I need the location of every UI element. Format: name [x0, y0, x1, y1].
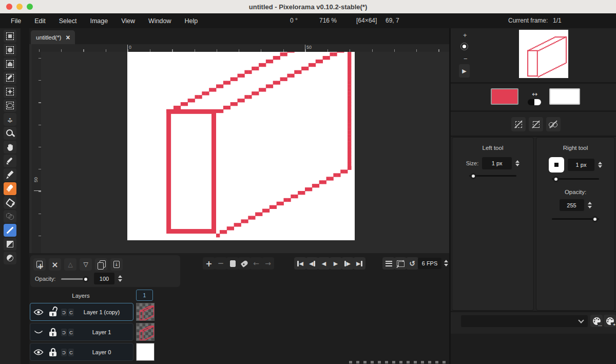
tool-eraser-button[interactable]	[4, 182, 16, 195]
menu-window[interactable]: Window	[142, 17, 178, 25]
menu-file[interactable]: File	[4, 17, 28, 25]
layer-row-layer-0[interactable]: ƆC Layer 0	[30, 343, 133, 361]
close-tab-icon[interactable]: ×	[66, 34, 70, 41]
pixel-perfect-toggle[interactable]	[546, 117, 561, 131]
remove-frame-button[interactable]	[215, 257, 227, 270]
new-layer-button[interactable]	[33, 258, 46, 271]
layer-row-layer-1-copy[interactable]: ƆC Layer 1 (copy)	[30, 303, 133, 321]
clone-frame-button[interactable]	[226, 257, 239, 270]
add-palette-button[interactable]: +	[604, 315, 616, 327]
h-ruler-label-0: 0	[129, 45, 131, 50]
fps-stepper[interactable]	[444, 260, 448, 266]
new-layer-icon	[36, 261, 43, 268]
play-forward-button[interactable]: ▶	[330, 257, 342, 270]
tool-lasso-button[interactable]	[4, 99, 16, 112]
tool-pan-button[interactable]	[4, 141, 16, 154]
left-color-swatch[interactable]	[491, 88, 518, 105]
layer-lock-button[interactable]	[47, 306, 59, 318]
fps-value[interactable]: 6 FPS	[418, 258, 441, 269]
timeline-settings-button[interactable]	[382, 257, 395, 270]
layer-visibility-button[interactable]	[32, 326, 45, 338]
delete-layer-button[interactable]	[49, 258, 61, 271]
slider-thumb[interactable]	[83, 276, 89, 282]
layer-row-layer-1[interactable]: ƆC Layer 1	[30, 323, 133, 341]
tool-polygon-select-button[interactable]	[4, 58, 16, 70]
arrow-down-icon	[83, 261, 88, 268]
document-tab[interactable]: untitled(*) ×	[31, 30, 75, 44]
tool-color-select-button[interactable]	[4, 71, 16, 84]
brush-preview-button[interactable]	[549, 157, 564, 173]
left-size-stepper[interactable]	[515, 160, 519, 167]
tag-frame-button[interactable]	[238, 257, 251, 270]
move-frame-left-button[interactable]	[250, 257, 262, 270]
preview-zoom-out[interactable]: −	[464, 55, 468, 63]
preview-zoom-indicator[interactable]	[460, 43, 468, 50]
go-to-last-frame-button[interactable]: ▶	[353, 257, 365, 270]
cel-thumbnail[interactable]	[136, 323, 155, 341]
layer-opacity-value[interactable]: 100	[94, 273, 114, 284]
move-frame-right-button[interactable]	[262, 257, 274, 270]
menu-view[interactable]: View	[114, 17, 142, 25]
right-opacity-label: Opacity:	[565, 189, 586, 195]
vertical-mirror-toggle[interactable]	[529, 117, 543, 131]
menu-edit[interactable]: Edit	[28, 17, 52, 25]
layer-visibility-button[interactable]	[32, 306, 45, 318]
tool-pencil-button[interactable]	[4, 168, 16, 181]
right-size-slider[interactable]	[552, 178, 599, 180]
frame-column-header[interactable]: 1	[136, 290, 153, 301]
add-frame-button[interactable]	[203, 257, 215, 270]
onion-skinning-button[interactable]	[394, 257, 407, 270]
tool-ellipse-select-button[interactable]	[4, 44, 16, 56]
swap-colors-button[interactable]: ↔	[528, 90, 542, 105]
tool-move-button[interactable]	[4, 113, 16, 126]
left-size-value[interactable]: 1 px	[482, 157, 512, 169]
tool-zoom-button[interactable]	[4, 127, 16, 140]
menu-select[interactable]: Select	[52, 17, 84, 25]
move-layer-down-button[interactable]	[80, 258, 92, 271]
menu-image[interactable]: Image	[83, 17, 114, 25]
play-backwards-button[interactable]: ◀	[318, 257, 330, 270]
left-size-slider[interactable]	[469, 175, 516, 177]
right-size-stepper[interactable]	[598, 162, 602, 168]
tool-shading-button[interactable]	[4, 210, 16, 223]
tool-line-button[interactable]	[4, 224, 16, 237]
menu-items: File Edit Select Image View Window Help	[4, 13, 204, 28]
layer-lock-button[interactable]	[47, 326, 59, 338]
preview-zoom-in[interactable]: +	[463, 31, 467, 39]
previous-frame-button[interactable]: ◀	[306, 257, 318, 270]
move-layer-up-button[interactable]	[64, 258, 76, 271]
layer-opacity-slider[interactable]	[61, 278, 88, 280]
drawing-canvas[interactable]	[127, 52, 355, 240]
slider-thumb[interactable]	[553, 176, 559, 182]
layer-buttons-panel: Opacity: 100	[30, 255, 180, 287]
tool-rectangle-button[interactable]	[4, 238, 16, 251]
edit-palette-button[interactable]: …	[590, 315, 603, 327]
merge-down-button[interactable]	[110, 258, 123, 271]
tool-magic-wand-button[interactable]	[4, 85, 16, 98]
tool-rectangle-select-button[interactable]	[4, 30, 16, 43]
horizontal-mirror-toggle[interactable]	[511, 117, 526, 131]
right-size-value[interactable]: 1 px	[568, 159, 594, 171]
slider-thumb[interactable]	[592, 216, 598, 222]
layer-visibility-button[interactable]	[32, 346, 45, 358]
layer-lock-button[interactable]	[47, 346, 59, 358]
right-opacity-value[interactable]: 255	[560, 199, 584, 211]
layer-opacity-stepper[interactable]	[118, 275, 122, 282]
next-frame-button[interactable]: ▶	[341, 257, 354, 270]
cel-thumbnail[interactable]	[136, 303, 155, 321]
right-opacity-slider[interactable]	[552, 218, 599, 220]
tool-bucket-button[interactable]	[4, 196, 16, 209]
clone-layer-button[interactable]	[95, 258, 107, 271]
preview-play-button[interactable]: ▶	[459, 64, 470, 78]
right-color-swatch[interactable]	[549, 88, 580, 105]
slider-thumb[interactable]	[470, 173, 476, 179]
tool-ellipse-button[interactable]	[4, 252, 16, 264]
loop-mode-button[interactable]	[406, 257, 418, 270]
right-opacity-stepper[interactable]	[588, 202, 592, 208]
next-frame-icon: ▶	[344, 261, 351, 266]
go-to-first-frame-button[interactable]: ◀	[294, 257, 306, 270]
cel-thumbnail[interactable]	[136, 343, 155, 361]
palette-select-dropdown[interactable]	[461, 315, 588, 327]
tool-color-picker-button[interactable]	[4, 155, 16, 167]
menu-help[interactable]: Help	[178, 17, 205, 25]
